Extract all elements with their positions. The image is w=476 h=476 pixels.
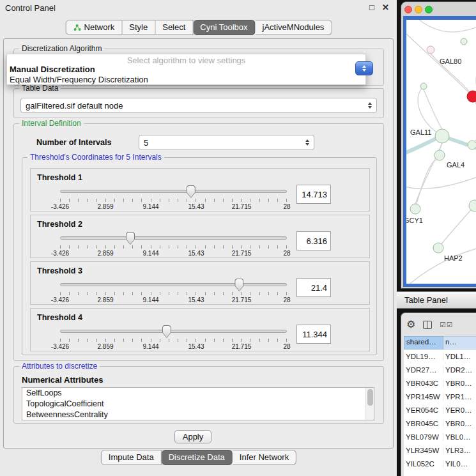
threshold-2-value[interactable]: 6.316 <box>296 231 331 250</box>
apply-button[interactable]: Apply <box>174 430 211 443</box>
slider-track[interactable] <box>60 190 287 193</box>
table-cell[interactable]: YBR0… <box>443 420 476 427</box>
algorithm-option-equal-width[interactable]: Equal Width/Frequency Discretization <box>7 75 365 85</box>
node-label-gal11[interactable]: GAL11 <box>410 128 431 136</box>
scrollbar-thumb[interactable] <box>367 389 373 406</box>
table-cell[interactable]: YPR1… <box>443 393 476 401</box>
table-body: YDL19…YDL1… YDR27…YDR2… YBR043CYBR0… YPR… <box>404 349 476 476</box>
algorithm-combobox-stepper[interactable] <box>355 61 373 75</box>
tab-cyni-toolbox[interactable]: Cyni Toolbox <box>193 20 255 35</box>
tab-jactivemnodules[interactable]: jActiveMNodules <box>256 20 332 35</box>
scale-label: 2.859 <box>97 250 113 257</box>
list-item[interactable]: BetweennessCentrality <box>22 410 374 420</box>
table-row[interactable]: YLR345WYLR3… <box>404 443 476 457</box>
table-cell[interactable]: YBR045C <box>404 420 443 427</box>
node-label-gal80[interactable]: GAL80 <box>440 58 461 65</box>
algorithm-placeholder-option[interactable]: Select algorithm to view settings <box>7 54 365 65</box>
close-icon[interactable]: ✕ <box>382 3 389 12</box>
numerical-attributes-label: Numerical Attributes <box>22 375 103 385</box>
threshold-1-slider-thumb[interactable] <box>187 185 196 198</box>
slider-track[interactable] <box>60 283 287 286</box>
table-row[interactable]: YBR043CYBR0… <box>404 376 476 390</box>
table-cell[interactable]: YPR145W <box>404 393 443 401</box>
table-cell[interactable]: YER0… <box>443 406 476 414</box>
table-cell[interactable]: YBR0… <box>443 380 476 387</box>
threshold-1-value[interactable]: 14.713 <box>296 185 331 204</box>
window-minimize-icon[interactable] <box>415 6 422 13</box>
table-cell[interactable]: YIL052C <box>404 460 443 468</box>
gear-icon[interactable]: ⚙ <box>406 319 415 330</box>
node-label-gcy1[interactable]: GCY1 <box>406 217 423 224</box>
column-header-shared-name[interactable]: shared… <box>404 336 443 349</box>
tab-impute-data[interactable]: Impute Data <box>101 450 162 465</box>
tab-discretize-data[interactable]: Discretize Data <box>162 450 233 465</box>
slider-track[interactable] <box>60 330 287 333</box>
window-close-icon[interactable] <box>404 6 412 13</box>
table-row[interactable]: YBL079WYBL0… <box>404 430 476 443</box>
threshold-2-slider[interactable]: -3.426 2.859 9.144 15.43 21.715 28 <box>60 232 287 259</box>
table-cell[interactable]: YDL19… <box>404 353 443 360</box>
scale-label: 21.715 <box>232 296 252 303</box>
tab-select[interactable]: Select <box>155 20 193 35</box>
float-window-icon[interactable]: □ <box>369 3 374 12</box>
scale-label: 15.43 <box>188 203 204 210</box>
table-panel-header: Table Panel <box>397 291 476 309</box>
threshold-3-slider-thumb[interactable] <box>234 279 243 291</box>
node-label-hap2[interactable]: HAP2 <box>444 254 463 262</box>
scale-label: 9.144 <box>142 343 158 350</box>
table-cell[interactable]: YBR043C <box>404 380 443 387</box>
table-row[interactable]: YER054CYER0… <box>404 403 476 417</box>
table-row[interactable]: YDR27…YDR2… <box>404 363 476 376</box>
table-cell[interactable]: YLR3… <box>443 447 476 454</box>
threshold-4-value[interactable]: 11.344 <box>296 325 331 344</box>
thresholds-group: Threshold's Coordinates for 5 Intervals … <box>22 157 377 355</box>
tab-infer-network[interactable]: Infer Network <box>233 450 296 465</box>
table-cell[interactable]: YER054C <box>404 406 443 414</box>
column-selector-icon[interactable] <box>423 321 432 329</box>
scale-label: 9.144 <box>142 203 158 210</box>
table-cell[interactable]: YDL1… <box>443 353 476 360</box>
number-of-intervals-combobox[interactable]: 5 <box>139 135 314 150</box>
tab-discretize-data-label: Discretize Data <box>169 452 225 462</box>
tab-impute-data-label: Impute Data <box>109 452 154 462</box>
node-label-gal4[interactable]: GAL4 <box>447 161 464 169</box>
table-row[interactable]: YDL19…YDL1… <box>404 349 476 363</box>
algorithm-dropdown-popup: Select algorithm to view settings Manual… <box>6 54 366 85</box>
slider-track[interactable] <box>60 236 287 240</box>
scale-label: 9.144 <box>142 296 158 303</box>
threshold-2-slider-thumb[interactable] <box>126 232 135 245</box>
table-cell[interactable]: YIL0… <box>443 460 476 468</box>
tab-style[interactable]: Style <box>122 20 155 35</box>
column-header-name[interactable]: n… <box>443 336 476 349</box>
network-canvas[interactable]: GAL80 GAL11 GAL4 GCY1 HAP2 <box>406 20 476 284</box>
table-row[interactable]: YIL052CYIL0… <box>404 457 476 470</box>
table-cell[interactable]: YBL079W <box>404 433 443 441</box>
cyni-bottom-tabs: Impute Data Discretize Data Infer Networ… <box>101 450 296 465</box>
list-item[interactable]: SelfLoops <box>22 388 374 399</box>
slider-scale-labels: -3.426 2.859 9.144 15.43 21.715 28 <box>60 296 287 304</box>
numerical-attributes-list[interactable]: SelfLoops TopologicalCoefficient Between… <box>22 387 374 420</box>
list-scrollbar[interactable] <box>365 388 374 420</box>
table-cell[interactable]: YBL0… <box>443 433 476 441</box>
table-data-combobox[interactable]: galFiltered.sif default node <box>20 98 377 113</box>
table-cell[interactable]: YDR2… <box>443 366 476 374</box>
table-row[interactable]: YPR145WYPR1… <box>404 390 476 403</box>
window-zoom-icon[interactable] <box>425 6 433 13</box>
threshold-3-slider[interactable]: -3.426 2.859 9.144 15.43 21.715 28 <box>60 279 287 305</box>
threshold-1-slider[interactable]: -3.426 2.859 9.144 15.43 21.715 28 <box>60 185 287 212</box>
table-cell[interactable]: YDR27… <box>404 366 443 374</box>
table-panel-title: Table Panel <box>404 295 448 305</box>
checkbox-icons[interactable]: ☑☑ <box>440 321 453 328</box>
slider-scale-labels: -3.426 2.859 9.144 15.43 21.715 28 <box>60 203 287 211</box>
tab-infer-network-label: Infer Network <box>240 452 289 462</box>
threshold-3-value[interactable]: 21.4 <box>296 278 331 297</box>
table-row[interactable]: YBR045CYBR0… <box>404 417 476 430</box>
list-item[interactable]: TopologicalCoefficient <box>22 399 374 410</box>
table-cell[interactable]: YLR345W <box>404 447 443 454</box>
threshold-4-slider-thumb[interactable] <box>162 325 171 338</box>
tab-network[interactable]: Network <box>66 20 123 35</box>
algorithm-option-manual[interactable]: Manual Discretization <box>7 65 365 75</box>
threshold-4-slider[interactable]: -3.426 2.859 9.144 15.43 21.715 28 <box>60 325 287 352</box>
scale-label: 15.43 <box>188 296 204 303</box>
table-data-group-title: Table Data <box>19 84 61 93</box>
